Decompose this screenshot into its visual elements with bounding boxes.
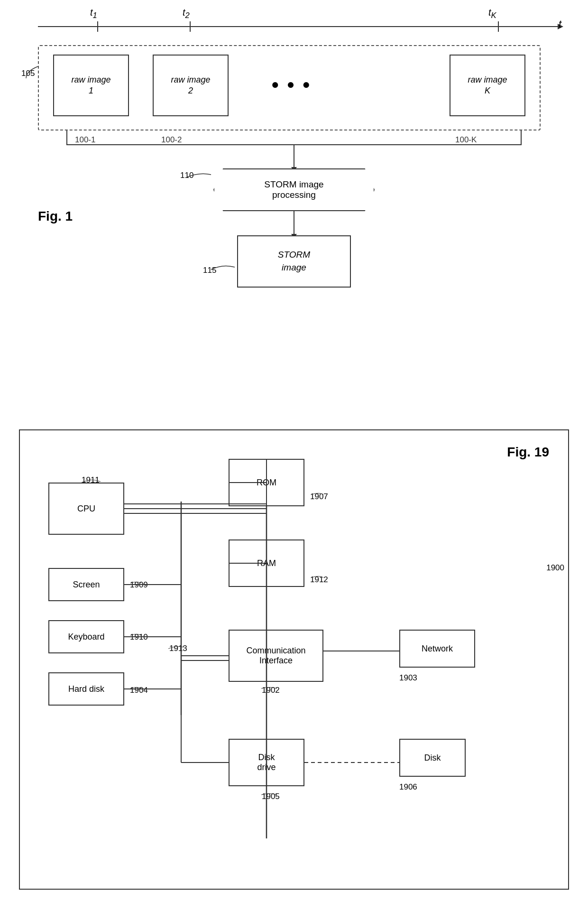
raw-images-container: raw image1 raw image2 ● ● ● raw imageK bbox=[38, 45, 541, 130]
ref-100-1: 100-1 bbox=[75, 135, 95, 145]
ref-1913-line bbox=[166, 642, 185, 651]
ram-box: RAM bbox=[229, 539, 304, 587]
tick-t2 bbox=[190, 21, 191, 32]
tick-t1 bbox=[97, 21, 98, 32]
t1-label: t1 bbox=[90, 7, 97, 20]
ref-1907-line bbox=[309, 490, 326, 497]
timeline bbox=[38, 26, 560, 27]
comm-interface-box: CommunicationInterface bbox=[229, 630, 323, 682]
fig1-area: t t1 t2 tK raw image1 raw image2 ● ● ● r… bbox=[0, 0, 588, 427]
tK-label: tK bbox=[488, 7, 496, 20]
ref-100-K: 100-K bbox=[455, 135, 477, 145]
keyboard-box: Keyboard bbox=[48, 620, 124, 653]
arrow-to-storm bbox=[294, 144, 294, 168]
disk-box: Disk bbox=[399, 739, 466, 777]
storm-process-box: STORM imageprocessing bbox=[213, 168, 375, 211]
ref-1910-line bbox=[128, 631, 142, 638]
ref-1905-line bbox=[259, 790, 278, 797]
bracket-left-leg bbox=[66, 130, 67, 145]
raw-image-2: raw image2 bbox=[153, 55, 229, 116]
raw-image-K: raw imageK bbox=[450, 55, 525, 116]
ref-1909-line bbox=[128, 578, 142, 586]
bracket-right-leg bbox=[521, 130, 522, 145]
ref-1903: 1903 bbox=[399, 673, 417, 683]
ref-1912-line bbox=[309, 573, 326, 580]
fig1-label: Fig. 1 bbox=[38, 209, 73, 224]
dots-ellipsis: ● ● ● bbox=[271, 77, 312, 92]
hard-disk-box: Hard disk bbox=[48, 672, 124, 706]
timeline-t-label: t bbox=[559, 18, 561, 30]
storm-image-box: STORMimage bbox=[237, 235, 351, 288]
ref-105-line bbox=[24, 62, 43, 81]
ref-1904-line bbox=[128, 684, 142, 691]
tick-tK bbox=[498, 21, 499, 32]
ref-1911-line bbox=[79, 473, 103, 485]
arrow-from-storm bbox=[294, 211, 294, 235]
rom-box: ROM bbox=[229, 459, 304, 506]
fig19-area: Fig. 19 CPU 1911 ROM 1907 RAM 1912 Scree… bbox=[19, 429, 569, 890]
ref-115-line bbox=[209, 260, 239, 272]
ref-110-line bbox=[185, 170, 216, 179]
fig19-label: Fig. 19 bbox=[507, 445, 549, 460]
cpu-box: CPU bbox=[48, 483, 124, 535]
screen-box: Screen bbox=[48, 568, 124, 601]
raw-image-1: raw image1 bbox=[53, 55, 129, 116]
ref-100-2: 100-2 bbox=[161, 135, 182, 145]
ref-1900: 1900 bbox=[546, 563, 564, 573]
network-box: Network bbox=[399, 630, 475, 668]
ref-1906: 1906 bbox=[399, 782, 417, 792]
t2-label: t2 bbox=[183, 7, 190, 20]
ref-1902-line bbox=[259, 684, 278, 691]
disk-drive-box: Diskdrive bbox=[229, 739, 304, 786]
